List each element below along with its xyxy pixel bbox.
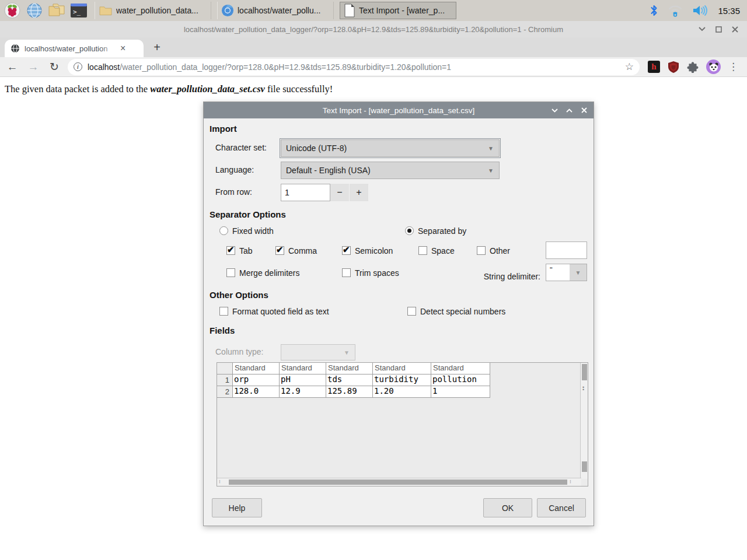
table-cell[interactable]: turbidity [373,374,431,386]
table-cell[interactable]: pH [280,374,326,386]
charset-dropdown[interactable]: Unicode (UTF-8)▼ [281,139,500,157]
space-checkbox[interactable] [418,246,427,255]
other-separator-input[interactable] [546,242,587,259]
vertical-scrollbar[interactable]: •• [580,363,588,479]
bookmark-star-icon[interactable]: ☆ [625,61,634,73]
dialog-close-icon[interactable] [580,107,588,114]
merge-delimiters-label[interactable]: Merge delimiters [239,268,299,278]
scrollbar-thumb[interactable] [582,364,587,380]
column-header[interactable]: Standard [233,363,280,374]
table-cell[interactable]: tds [326,374,373,386]
scrollbar-thumb[interactable] [229,480,567,485]
fixed-width-label[interactable]: Fixed width [232,226,274,236]
charset-label: Character set: [215,143,267,152]
back-icon[interactable]: ← [4,61,21,74]
fixed-width-radio[interactable] [219,226,228,235]
trim-spaces-label[interactable]: Trim spaces [355,268,399,278]
detect-special-label[interactable]: Detect special numbers [420,307,505,316]
task-label: water_pollution_data... [116,6,198,15]
help-button[interactable]: Help [212,498,262,517]
chevron-down-icon: ▼ [344,349,350,356]
semicolon-label[interactable]: Semicolon [355,246,393,256]
column-header[interactable]: Standard [431,363,490,374]
extension-h-icon[interactable]: h [648,61,660,73]
new-tab-button[interactable]: + [149,40,165,55]
volume-icon[interactable] [692,4,708,17]
taskbar-item-file-manager[interactable]: water_pollution_data... [95,2,211,19]
raspberry-menu-icon[interactable] [2,1,22,20]
dialog-minimize-icon[interactable] [551,107,558,114]
scrollbar-thumb[interactable] [582,461,587,472]
space-label[interactable]: Space [431,246,455,256]
url-bar[interactable]: i localhost/water_pollution_data_logger/… [68,59,640,75]
extensions-puzzle-icon[interactable] [687,61,699,73]
table-cell[interactable]: 128.0 [233,386,280,398]
comma-checkbox[interactable] [275,246,284,255]
file-manager-icon[interactable] [47,1,67,20]
semicolon-checkbox[interactable] [342,246,351,255]
format-quoted-label[interactable]: Format quoted field as text [232,307,329,316]
column-header[interactable]: Standard [373,363,431,374]
dialog-restore-icon[interactable] [566,107,573,114]
table-cell[interactable]: 12.9 [280,386,326,398]
maximize-icon[interactable] [714,25,722,33]
tab-checkbox[interactable] [226,246,235,255]
browser-menu-icon[interactable]: ⋮ [728,61,738,73]
wifi-icon[interactable] [668,4,683,17]
bluetooth-icon[interactable] [650,4,658,17]
column-header[interactable]: Standard [280,363,326,374]
import-heading: Import [210,124,237,134]
minimize-icon[interactable] [698,25,706,33]
merge-delimiters-checkbox[interactable] [226,268,235,277]
page-info-icon[interactable]: i [74,62,82,71]
detect-special-checkbox[interactable] [407,307,416,316]
other-label[interactable]: Other [490,246,510,256]
forward-icon[interactable]: → [25,61,42,74]
table-cell[interactable]: 1 [431,386,490,398]
table-cell[interactable]: 1.20 [373,386,431,398]
taskbar: >_ water_pollution_data... localhost/wat… [0,0,747,21]
from-row-input[interactable]: 1 [281,184,330,201]
tab-label[interactable]: Tab [239,246,253,256]
taskbar-item-chromium[interactable]: localhost/water_pollu... [217,2,334,19]
from-row-minus-button[interactable]: − [330,184,349,201]
url-text[interactable]: localhost/water_pollution_data_logger/?o… [88,62,622,72]
taskbar-item-text-import[interactable]: Text Import - [water_p... [340,2,456,19]
chevron-down-icon: ▼ [575,270,581,276]
window-titlebar[interactable]: localhost/water_pollution_data_logger/?o… [0,21,747,37]
table-cell[interactable]: 125.89 [326,386,373,398]
table-cell[interactable]: pollution [431,374,490,386]
tab-localhost[interactable]: localhost/water_pollution × [5,40,144,57]
column-header[interactable]: Standard [326,363,373,374]
corner-cell[interactable] [217,363,233,374]
globe-favicon [11,44,20,53]
horizontal-scrollbar[interactable]: ⁝ ⁝ [217,478,581,486]
cancel-button[interactable]: Cancel [537,498,586,517]
web-browser-icon[interactable] [25,1,44,20]
profile-avatar[interactable] [706,60,721,74]
comma-label[interactable]: Comma [288,246,317,256]
ublock-shield-icon[interactable] [668,61,679,74]
text-import-dialog: Text Import - [water_pollution_data_set.… [203,102,594,526]
string-delimiter-dropdown[interactable]: ▼ [570,264,587,281]
tab-close-icon[interactable]: × [120,44,125,53]
separated-by-label[interactable]: Separated by [418,226,466,236]
other-checkbox[interactable] [477,246,486,255]
scrollbar-grip: ⁝ [219,478,221,484]
from-row-label: From row: [215,187,252,197]
row-number: 1 [217,374,233,386]
language-dropdown[interactable]: Default - English (USA)▼ [281,162,500,179]
from-row-plus-button[interactable]: + [350,184,368,201]
close-icon[interactable] [731,25,739,33]
fields-heading: Fields [210,326,235,335]
trim-spaces-checkbox[interactable] [342,268,351,277]
table-cell[interactable]: orp [233,374,280,386]
dialog-titlebar[interactable]: Text Import - [water_pollution_data_set.… [204,102,594,118]
terminal-icon[interactable]: >_ [69,1,89,20]
reload-icon[interactable]: ↻ [46,60,63,74]
separated-by-radio[interactable] [405,226,414,235]
column-type-dropdown[interactable]: ▼ [281,344,355,360]
string-delimiter-input[interactable]: " [546,264,570,281]
format-quoted-checkbox[interactable] [219,307,228,316]
ok-button[interactable]: OK [483,498,532,517]
